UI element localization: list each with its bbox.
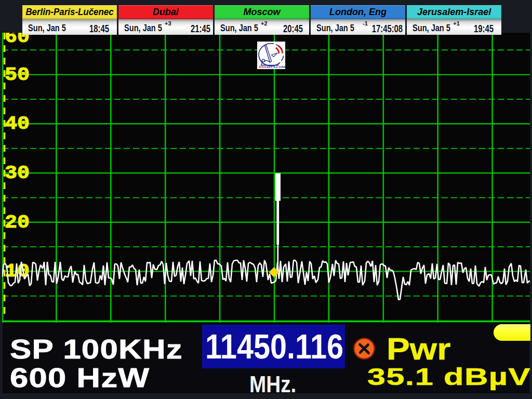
svg-text:50: 50 <box>5 64 30 86</box>
svg-text:DXSATCS.COM: DXSATCS.COM <box>259 65 285 69</box>
svg-text:60: 60 <box>5 33 30 48</box>
svg-text:30: 30 <box>5 163 30 184</box>
svg-text:20: 20 <box>5 212 30 233</box>
svg-text:40: 40 <box>5 113 30 135</box>
